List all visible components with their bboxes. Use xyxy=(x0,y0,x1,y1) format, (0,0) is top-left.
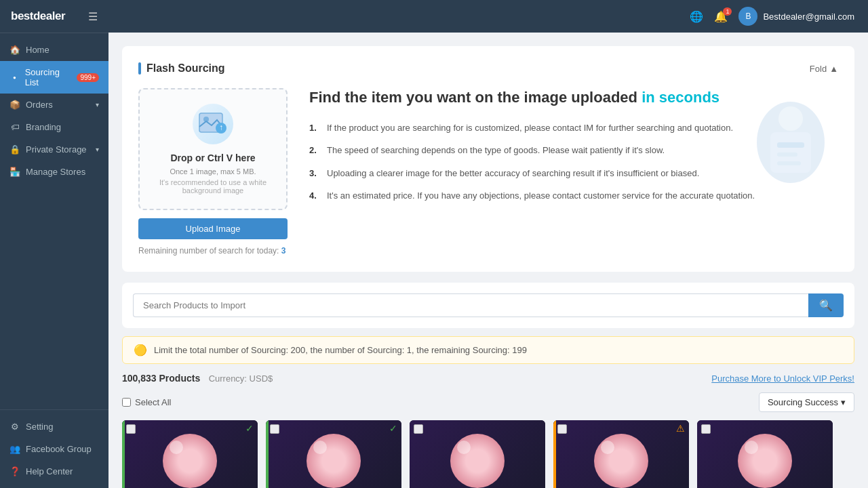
sidebar-item-sourcing-list[interactable]: ● Sourcing List 999+ xyxy=(0,61,108,94)
product-card-image xyxy=(410,420,545,488)
products-toolbar: Select All Sourcing Success ▾ xyxy=(122,392,854,412)
dropzone-sub2-text: It's recommended to use a white backgrou… xyxy=(153,178,273,195)
products-header: 100,833 Products Currency: USD$ Purchase… xyxy=(122,372,854,384)
sidebar-item-orders[interactable]: 📦 Orders ▾ xyxy=(0,94,108,116)
title-accent xyxy=(138,62,141,75)
sidebar-item-help-center[interactable]: ❓ Help Center xyxy=(0,460,108,483)
notification-badge: 1 xyxy=(723,7,732,16)
fold-button[interactable]: Fold ▲ xyxy=(810,64,838,74)
dropzone-main-text: Drop or Ctrl V here xyxy=(170,152,255,163)
setting-icon: ⚙ xyxy=(9,422,20,432)
storage-chevron-icon: ▾ xyxy=(96,146,99,153)
facebook-icon: 👥 xyxy=(9,444,20,454)
sidebar-item-facebook-group[interactable]: 👥 Facebook Group xyxy=(0,438,108,460)
svg-text:↑: ↑ xyxy=(219,123,223,132)
card-checkbox[interactable] xyxy=(414,424,423,434)
bell-icon[interactable]: 🔔 1 xyxy=(714,10,728,23)
sidebar-item-label: Setting xyxy=(26,422,53,432)
check-icon: ✓ xyxy=(245,423,254,434)
product-thumbnail xyxy=(594,434,648,488)
avatar: B xyxy=(738,7,757,26)
alert-message: Limit the total number of Sourcing: 200,… xyxy=(154,345,527,355)
sourcing-success-button[interactable]: Sourcing Success ▾ xyxy=(759,392,854,412)
product-card[interactable]: Five-color highlight powder xyxy=(410,420,545,488)
upload-panel: ↑ Drop or Ctrl V here Once 1 image, max … xyxy=(138,88,288,256)
product-card-image: ✓ xyxy=(266,420,401,488)
currency-label: Currency: USD$ xyxy=(209,373,273,384)
info-panel: Find the item you want on the image uplo… xyxy=(309,88,838,256)
upload-image-button[interactable]: Upload Image xyxy=(138,218,288,239)
product-card-image: ✓ xyxy=(122,420,258,488)
dropzone-sub1-text: Once 1 image, max 5 MB. xyxy=(170,167,256,176)
info-num: 1. xyxy=(309,121,320,135)
card-label-orange xyxy=(553,420,556,488)
info-num: 4. xyxy=(309,189,320,203)
search-button[interactable]: 🔍 xyxy=(808,293,844,317)
product-card[interactable]: Five-color highlight powder xyxy=(697,420,833,488)
home-icon: 🏠 xyxy=(9,45,20,55)
upload-icon-container: ↑ xyxy=(193,104,233,144)
product-card[interactable]: ✓ Five-color highlight powder xyxy=(266,420,401,488)
sidebar-item-label: Sourcing List xyxy=(25,67,72,87)
help-icon: ❓ xyxy=(9,466,20,476)
card-checkbox[interactable] xyxy=(126,424,136,434)
sidebar: bestdealer ☰ 🏠 Home ● Sourcing List 999+… xyxy=(0,0,108,488)
fold-label: Fold xyxy=(810,64,827,74)
product-card-image xyxy=(697,420,833,488)
info-text: If the product you are searching for is … xyxy=(327,121,733,135)
products-grid: ✓ Five-color highlight powder ✓ Five-col… xyxy=(122,420,854,488)
sidebar-item-label: Home xyxy=(26,45,50,55)
sidebar-item-branding[interactable]: 🏷 Branding xyxy=(0,116,108,138)
info-text: The speed of searching depends on the ty… xyxy=(327,144,665,157)
info-text: It's an estimated price. If you have any… xyxy=(327,189,755,203)
sidebar-item-label: Private Storage xyxy=(26,144,87,155)
sidebar-item-label: Branding xyxy=(26,122,61,132)
sidebar-item-setting[interactable]: ⚙ Setting xyxy=(0,415,108,438)
section-title: Flash Sourcing xyxy=(146,62,225,75)
sourcing-success-label: Sourcing Success xyxy=(768,397,838,407)
products-count-section: 100,833 Products Currency: USD$ xyxy=(122,372,273,384)
svg-point-5 xyxy=(778,106,803,131)
card-checkbox[interactable] xyxy=(270,424,279,434)
select-all-text: Select All xyxy=(135,397,171,407)
menu-toggle-icon[interactable]: ☰ xyxy=(88,10,98,23)
product-thumbnail xyxy=(307,434,361,488)
card-checkbox[interactable] xyxy=(557,424,567,434)
sidebar-item-label: Help Center xyxy=(26,466,73,476)
select-all-checkbox[interactable] xyxy=(122,398,131,407)
products-count: 100,833 Products xyxy=(122,373,200,384)
sidebar-item-label: Orders xyxy=(26,100,53,110)
product-card[interactable]: ✓ Five-color highlight powder xyxy=(122,420,258,488)
sidebar-item-manage-stores[interactable]: 🏪 Manage Stores xyxy=(0,161,108,183)
card-label-green xyxy=(122,420,125,488)
search-section: 🔍 xyxy=(122,283,854,328)
sidebar-item-home[interactable]: 🏠 Home xyxy=(0,39,108,61)
user-menu[interactable]: B Bestdealer@gmail.com xyxy=(738,7,854,26)
headline-highlight: in seconds xyxy=(642,89,719,106)
search-input[interactable] xyxy=(133,293,808,317)
logo-text: bestdealer xyxy=(11,9,65,23)
product-card-image: ⚠ xyxy=(553,420,689,488)
warning-icon: ⚠ xyxy=(676,423,685,434)
topbar: 🌐 🔔 1 B Bestdealer@gmail.com xyxy=(108,0,868,33)
sidebar-item-private-storage[interactable]: 🔒 Private Storage ▾ xyxy=(0,138,108,161)
manage-stores-icon: 🏪 xyxy=(9,167,20,177)
avatar-letter: B xyxy=(745,12,751,21)
vip-link[interactable]: Purchase More to Unlock VIP Perks! xyxy=(711,373,854,384)
globe-icon[interactable]: 🌐 xyxy=(690,10,703,23)
svg-rect-7 xyxy=(777,142,804,148)
upload-dropzone[interactable]: ↑ Drop or Ctrl V here Once 1 image, max … xyxy=(138,88,288,210)
remaining-text: Remaining number of search for today: 3 xyxy=(138,246,288,256)
alert-icon: 🟡 xyxy=(134,344,147,357)
fold-chevron-icon: ▲ xyxy=(829,64,838,74)
select-all-label[interactable]: Select All xyxy=(122,397,171,407)
card-checkbox[interactable] xyxy=(701,424,711,434)
sidebar-nav: 🏠 Home ● Sourcing List 999+ 📦 Orders ▾ 🏷… xyxy=(0,33,108,409)
branding-icon: 🏷 xyxy=(9,122,20,132)
check-icon: ✓ xyxy=(389,423,397,434)
svg-rect-8 xyxy=(777,152,797,157)
product-card[interactable]: ⚠ Five-color highlight powder xyxy=(553,420,689,488)
orders-chevron-icon: ▾ xyxy=(96,101,99,108)
flash-sourcing-body: ↑ Drop or Ctrl V here Once 1 image, max … xyxy=(138,88,838,256)
card-label-green xyxy=(266,420,269,488)
